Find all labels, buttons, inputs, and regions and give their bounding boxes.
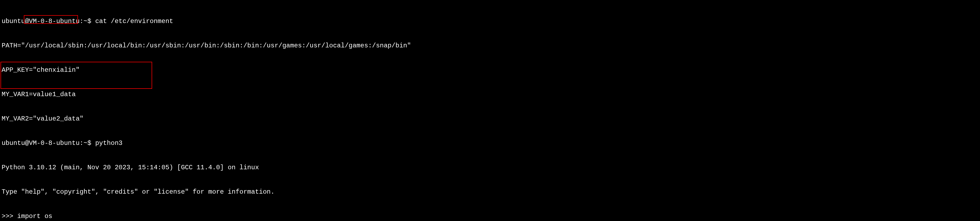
prompt-line-1: ubuntu@VM-0-8-ubuntu:~$ cat /etc/environ… [2, 17, 978, 25]
python-stmt-1: >>> import os [2, 212, 978, 221]
shell-prompt: ubuntu@VM-0-8-ubuntu:~$ [2, 140, 95, 147]
shell-prompt: ubuntu@VM-0-8-ubuntu:~$ [2, 17, 95, 25]
python-banner-2: Type "help", "copyright", "credits" or "… [2, 188, 978, 196]
env-path-line: PATH="/usr/local/sbin:/usr/local/bin:/us… [2, 42, 978, 50]
terminal-window[interactable]: ubuntu@VM-0-8-ubuntu:~$ cat /etc/environ… [0, 0, 980, 221]
env-var1-line: MY_VAR1=value1_data [2, 91, 978, 99]
prompt-line-2: ubuntu@VM-0-8-ubuntu:~$ python3 [2, 139, 978, 147]
command-cat: cat /etc/environment [95, 17, 173, 25]
env-appkey-line: APP_KEY="chenxialin" [2, 66, 978, 74]
python-banner-1: Python 3.10.12 (main, Nov 20 2023, 15:14… [2, 164, 978, 172]
python-import: import os [18, 213, 52, 220]
command-python3: python3 [95, 140, 123, 147]
highlight-box-python [0, 62, 152, 89]
python-prompt: >>> [2, 213, 18, 220]
env-var2-line: MY_VAR2="value2_data" [2, 115, 978, 123]
